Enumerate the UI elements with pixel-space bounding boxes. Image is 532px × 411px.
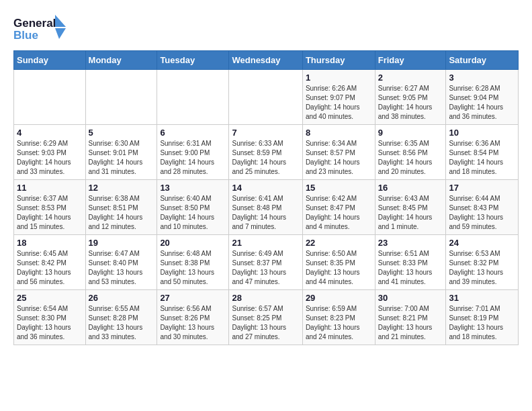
day-number: 21 <box>232 238 299 248</box>
logo: GeneralBlue <box>13 13 67 44</box>
calendar-cell: 15Sunrise: 6:42 AM Sunset: 8:47 PM Dayli… <box>302 180 375 235</box>
day-number: 25 <box>17 293 83 303</box>
day-info: Sunrise: 6:33 AM Sunset: 8:59 PM Dayligh… <box>232 139 299 177</box>
day-info: Sunrise: 6:40 AM Sunset: 8:50 PM Dayligh… <box>160 194 226 232</box>
day-info: Sunrise: 6:55 AM Sunset: 8:28 PM Dayligh… <box>89 304 154 342</box>
calendar-cell: 16Sunrise: 6:43 AM Sunset: 8:45 PM Dayli… <box>375 180 446 235</box>
day-info: Sunrise: 6:35 AM Sunset: 8:56 PM Dayligh… <box>378 139 443 177</box>
day-number: 6 <box>160 128 226 138</box>
day-header-friday: Friday <box>375 51 446 70</box>
day-header-tuesday: Tuesday <box>157 51 229 70</box>
day-number: 20 <box>160 238 226 248</box>
day-number: 15 <box>306 183 372 193</box>
calendar-cell: 27Sunrise: 6:56 AM Sunset: 8:26 PM Dayli… <box>157 290 229 345</box>
calendar-cell: 18Sunrise: 6:45 AM Sunset: 8:42 PM Dayli… <box>14 235 86 290</box>
day-number: 2 <box>378 73 443 83</box>
calendar-cell: 24Sunrise: 6:53 AM Sunset: 8:32 PM Dayli… <box>446 235 519 290</box>
day-number: 3 <box>449 73 515 83</box>
day-info: Sunrise: 6:59 AM Sunset: 8:23 PM Dayligh… <box>306 304 372 342</box>
calendar-week-4: 18Sunrise: 6:45 AM Sunset: 8:42 PM Dayli… <box>14 235 519 290</box>
calendar-cell: 26Sunrise: 6:55 AM Sunset: 8:28 PM Dayli… <box>85 290 157 345</box>
calendar-cell <box>229 70 302 125</box>
calendar-week-3: 11Sunrise: 6:37 AM Sunset: 8:53 PM Dayli… <box>14 180 519 235</box>
day-info: Sunrise: 6:38 AM Sunset: 8:51 PM Dayligh… <box>89 194 154 232</box>
day-info: Sunrise: 6:41 AM Sunset: 8:48 PM Dayligh… <box>232 194 299 232</box>
day-number: 1 <box>306 73 372 83</box>
day-number: 22 <box>306 238 372 248</box>
day-header-wednesday: Wednesday <box>229 51 302 70</box>
calendar-body: 1Sunrise: 6:26 AM Sunset: 9:07 PM Daylig… <box>14 70 519 345</box>
calendar-cell: 9Sunrise: 6:35 AM Sunset: 8:56 PM Daylig… <box>375 125 446 180</box>
day-info: Sunrise: 6:26 AM Sunset: 9:07 PM Dayligh… <box>306 84 372 122</box>
day-info: Sunrise: 6:50 AM Sunset: 8:35 PM Dayligh… <box>306 249 372 287</box>
day-number: 24 <box>449 238 515 248</box>
calendar-cell <box>14 70 86 125</box>
day-info: Sunrise: 6:27 AM Sunset: 9:05 PM Dayligh… <box>378 84 443 122</box>
calendar-cell: 21Sunrise: 6:49 AM Sunset: 8:37 PM Dayli… <box>229 235 302 290</box>
calendar-table: SundayMondayTuesdayWednesdayThursdayFrid… <box>13 50 519 345</box>
day-number: 14 <box>232 183 299 193</box>
calendar-cell: 22Sunrise: 6:50 AM Sunset: 8:35 PM Dayli… <box>302 235 375 290</box>
day-number: 17 <box>449 183 515 193</box>
header: GeneralBlue <box>13 13 519 44</box>
day-info: Sunrise: 6:49 AM Sunset: 8:37 PM Dayligh… <box>232 249 299 287</box>
day-info: Sunrise: 6:54 AM Sunset: 8:30 PM Dayligh… <box>17 304 83 342</box>
day-number: 12 <box>89 183 154 193</box>
calendar-cell: 10Sunrise: 6:36 AM Sunset: 8:54 PM Dayli… <box>446 125 519 180</box>
day-number: 10 <box>449 128 515 138</box>
calendar-cell: 3Sunrise: 6:28 AM Sunset: 9:04 PM Daylig… <box>446 70 519 125</box>
day-info: Sunrise: 6:53 AM Sunset: 8:32 PM Dayligh… <box>449 249 515 287</box>
day-info: Sunrise: 6:51 AM Sunset: 8:33 PM Dayligh… <box>378 249 443 287</box>
calendar-cell: 13Sunrise: 6:40 AM Sunset: 8:50 PM Dayli… <box>157 180 229 235</box>
day-header-sunday: Sunday <box>14 51 86 70</box>
svg-marker-2 <box>55 15 66 27</box>
calendar-cell: 20Sunrise: 6:48 AM Sunset: 8:38 PM Dayli… <box>157 235 229 290</box>
day-number: 5 <box>89 128 154 138</box>
day-number: 26 <box>89 293 154 303</box>
calendar-cell: 28Sunrise: 6:57 AM Sunset: 8:25 PM Dayli… <box>229 290 302 345</box>
day-number: 31 <box>449 293 515 303</box>
calendar-cell: 7Sunrise: 6:33 AM Sunset: 8:59 PM Daylig… <box>229 125 302 180</box>
svg-text:Blue: Blue <box>13 29 38 42</box>
day-header-monday: Monday <box>85 51 157 70</box>
calendar-cell: 2Sunrise: 6:27 AM Sunset: 9:05 PM Daylig… <box>375 70 446 125</box>
day-number: 23 <box>378 238 443 248</box>
calendar-cell: 4Sunrise: 6:29 AM Sunset: 9:03 PM Daylig… <box>14 125 86 180</box>
day-header-saturday: Saturday <box>446 51 519 70</box>
day-number: 29 <box>306 293 372 303</box>
calendar-cell: 6Sunrise: 6:31 AM Sunset: 9:00 PM Daylig… <box>157 125 229 180</box>
day-info: Sunrise: 6:42 AM Sunset: 8:47 PM Dayligh… <box>306 194 372 232</box>
day-header-thursday: Thursday <box>302 51 375 70</box>
calendar-cell: 23Sunrise: 6:51 AM Sunset: 8:33 PM Dayli… <box>375 235 446 290</box>
day-info: Sunrise: 6:47 AM Sunset: 8:40 PM Dayligh… <box>89 249 154 287</box>
calendar-cell: 1Sunrise: 6:26 AM Sunset: 9:07 PM Daylig… <box>302 70 375 125</box>
day-info: Sunrise: 6:45 AM Sunset: 8:42 PM Dayligh… <box>17 249 83 287</box>
day-number: 30 <box>378 293 443 303</box>
calendar-cell: 8Sunrise: 6:34 AM Sunset: 8:57 PM Daylig… <box>302 125 375 180</box>
day-info: Sunrise: 6:48 AM Sunset: 8:38 PM Dayligh… <box>160 249 226 287</box>
day-info: Sunrise: 6:34 AM Sunset: 8:57 PM Dayligh… <box>306 139 372 177</box>
calendar-cell: 5Sunrise: 6:30 AM Sunset: 9:01 PM Daylig… <box>85 125 157 180</box>
day-info: Sunrise: 7:01 AM Sunset: 8:19 PM Dayligh… <box>449 304 515 342</box>
calendar-header-row: SundayMondayTuesdayWednesdayThursdayFrid… <box>14 51 519 70</box>
day-number: 13 <box>160 183 226 193</box>
calendar-cell <box>157 70 229 125</box>
day-number: 7 <box>232 128 299 138</box>
day-info: Sunrise: 6:31 AM Sunset: 9:00 PM Dayligh… <box>160 139 226 177</box>
calendar-cell <box>85 70 157 125</box>
calendar-cell: 30Sunrise: 7:00 AM Sunset: 8:21 PM Dayli… <box>375 290 446 345</box>
calendar-week-2: 4Sunrise: 6:29 AM Sunset: 9:03 PM Daylig… <box>14 125 519 180</box>
calendar-cell: 14Sunrise: 6:41 AM Sunset: 8:48 PM Dayli… <box>229 180 302 235</box>
calendar-week-1: 1Sunrise: 6:26 AM Sunset: 9:07 PM Daylig… <box>14 70 519 125</box>
day-info: Sunrise: 6:28 AM Sunset: 9:04 PM Dayligh… <box>449 84 515 122</box>
logo-svg: GeneralBlue <box>13 13 67 44</box>
day-info: Sunrise: 6:44 AM Sunset: 8:43 PM Dayligh… <box>449 194 515 232</box>
calendar-cell: 25Sunrise: 6:54 AM Sunset: 8:30 PM Dayli… <box>14 290 86 345</box>
day-number: 9 <box>378 128 443 138</box>
day-number: 16 <box>378 183 443 193</box>
day-info: Sunrise: 6:56 AM Sunset: 8:26 PM Dayligh… <box>160 304 226 342</box>
calendar-cell: 19Sunrise: 6:47 AM Sunset: 8:40 PM Dayli… <box>85 235 157 290</box>
svg-text:General: General <box>13 17 56 30</box>
calendar-cell: 11Sunrise: 6:37 AM Sunset: 8:53 PM Dayli… <box>14 180 86 235</box>
day-info: Sunrise: 6:57 AM Sunset: 8:25 PM Dayligh… <box>232 304 299 342</box>
